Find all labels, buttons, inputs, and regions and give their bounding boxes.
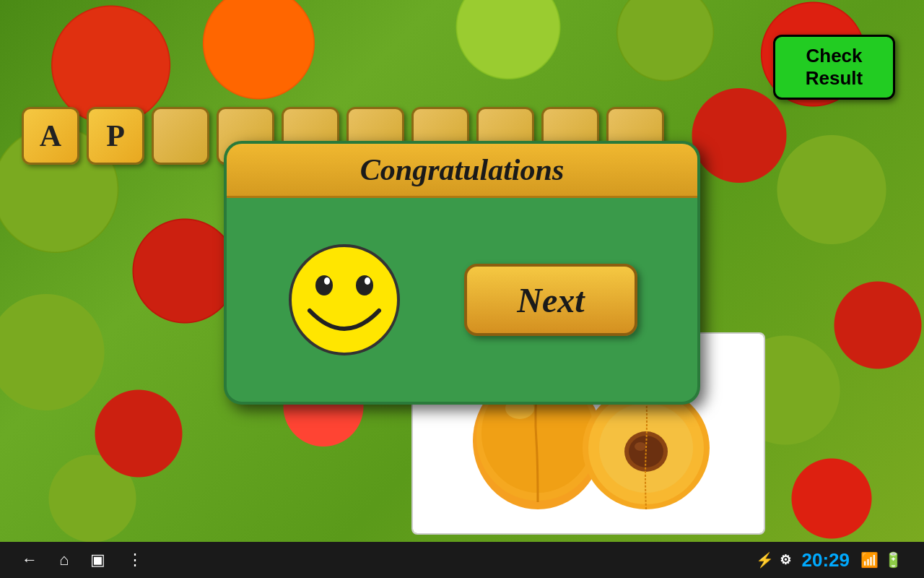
svg-point-13 [324, 277, 330, 285]
svg-point-10 [290, 246, 398, 354]
battery-icon: 🔋 [884, 551, 902, 569]
statusbar: ← ⌂ ▣ ⋮ ⚡ ⚙ 20:29 📶 🔋 [0, 542, 924, 578]
check-result-label: Check Result [806, 45, 863, 90]
congratulations-modal: Congratulations Next [224, 141, 700, 405]
back-icon[interactable]: ← [22, 551, 38, 569]
signal-icons: 📶 🔋 [860, 551, 902, 569]
modal-body: Next [227, 198, 697, 402]
clock: 20:29 [802, 549, 850, 571]
svg-point-14 [365, 277, 370, 285]
smiley-face [287, 242, 402, 358]
status-right: ⚡ ⚙ 20:29 📶 🔋 [756, 549, 903, 571]
recents-icon[interactable]: ▣ [90, 551, 105, 569]
letter-tile-3[interactable] [152, 107, 209, 165]
next-button[interactable]: Next [464, 264, 637, 336]
letter-tile-p[interactable]: P [87, 107, 144, 165]
nav-icons: ← ⌂ ▣ ⋮ [22, 551, 143, 569]
next-button-label: Next [517, 280, 584, 320]
wifi-icon: 📶 [860, 551, 879, 569]
settings-icon: ⚙ [780, 552, 791, 568]
status-icons: ⚡ ⚙ [756, 551, 791, 569]
svg-point-9 [635, 442, 646, 451]
svg-point-12 [356, 275, 373, 296]
svg-point-11 [315, 275, 333, 296]
modal-header: Congratulations [227, 144, 697, 198]
usb-icon: ⚡ [756, 551, 774, 569]
menu-icon[interactable]: ⋮ [127, 551, 143, 569]
modal-title: Congratulations [360, 152, 564, 187]
letter-tile-a[interactable]: A [22, 107, 79, 165]
check-result-button[interactable]: Check Result [773, 35, 895, 100]
home-icon[interactable]: ⌂ [59, 551, 69, 569]
